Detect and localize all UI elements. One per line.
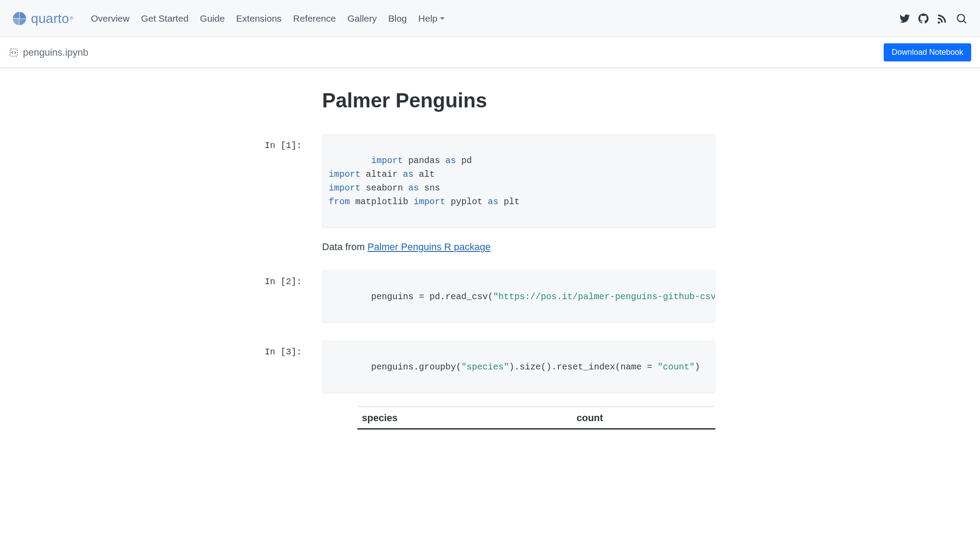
- copy-icon[interactable]: [701, 346, 710, 354]
- quarto-logo-icon: [12, 11, 27, 26]
- nav-reference[interactable]: Reference: [293, 13, 336, 24]
- table-header-row: species count: [357, 407, 715, 429]
- cell-prompt: In [2]:: [265, 270, 322, 287]
- brand-text: quarto®: [31, 11, 73, 26]
- download-notebook-button[interactable]: Download Notebook: [884, 43, 971, 61]
- github-icon[interactable]: [918, 13, 929, 24]
- nav-gallery[interactable]: Gallery: [347, 13, 377, 24]
- rss-icon[interactable]: [937, 13, 947, 24]
- code-block: penguins = pd.read_csv("https://pos.it/p…: [322, 270, 715, 323]
- nav-guide[interactable]: Guide: [200, 13, 225, 24]
- page-title: Palmer Penguins: [265, 88, 715, 112]
- notebook-content: Palmer Penguins In [1]: import pandas as…: [256, 68, 724, 443]
- svg-line-1: [964, 20, 966, 23]
- output-table: species count: [322, 407, 715, 430]
- nav-overview[interactable]: Overview: [91, 13, 130, 24]
- notebook-subbar: penguins.ipynb Download Notebook: [0, 37, 980, 68]
- code-cell: In [3]: penguins.groupby("species").size…: [265, 341, 715, 430]
- top-navbar: quarto® Overview Get Started Guide Exten…: [0, 0, 980, 37]
- markdown-paragraph: Data from Palmer Penguins R package: [265, 241, 715, 253]
- code-file-icon: [9, 48, 19, 57]
- twitter-icon[interactable]: [900, 13, 910, 24]
- nav-blog[interactable]: Blog: [388, 13, 407, 24]
- copy-icon[interactable]: [701, 275, 710, 284]
- code-block: penguins.groupby("species").size().reset…: [322, 341, 715, 393]
- primary-nav: Overview Get Started Guide Extensions Re…: [91, 13, 444, 24]
- nav-help-dropdown[interactable]: Help: [418, 13, 444, 24]
- nav-help-label: Help: [418, 13, 437, 24]
- code-cell: In [1]: import pandas as pd import altai…: [265, 134, 715, 228]
- brand-link[interactable]: quarto®: [12, 11, 73, 26]
- code-block: import pandas as pd import altair as alt…: [322, 134, 715, 228]
- cell-prompt: In [3]:: [265, 341, 322, 357]
- cell-prompt: In [1]:: [265, 134, 322, 151]
- nav-get-started[interactable]: Get Started: [141, 13, 188, 24]
- table-header-count: count: [572, 407, 715, 429]
- table-header-species: species: [357, 407, 572, 429]
- copy-icon[interactable]: [701, 139, 710, 148]
- nav-extensions[interactable]: Extensions: [236, 13, 282, 24]
- search-icon[interactable]: [955, 12, 968, 25]
- notebook-filename: penguins.ipynb: [23, 47, 88, 58]
- chevron-down-icon: [440, 17, 444, 20]
- svg-rect-2: [10, 49, 18, 56]
- svg-point-0: [957, 14, 965, 21]
- palmer-penguins-link[interactable]: Palmer Penguins R package: [368, 241, 491, 252]
- nav-icon-group: [900, 12, 968, 25]
- code-cell: In [2]: penguins = pd.read_csv("https://…: [265, 270, 715, 323]
- markdown-text: Data from: [322, 241, 368, 252]
